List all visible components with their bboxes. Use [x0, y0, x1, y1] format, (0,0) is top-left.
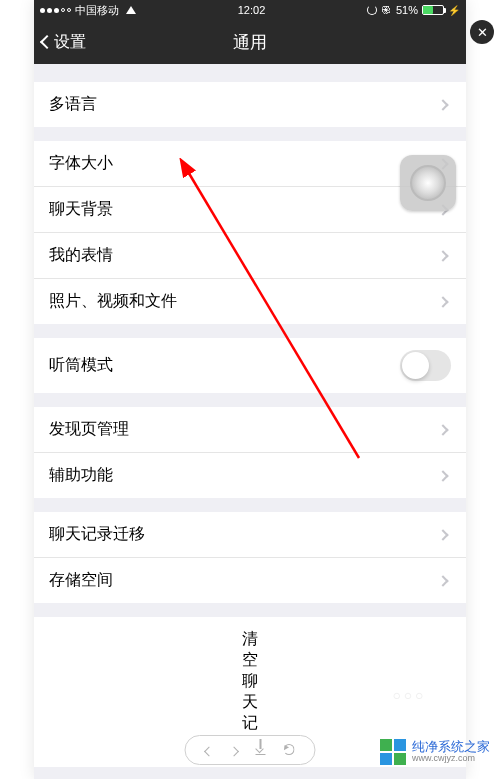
row-earpiece-mode[interactable]: 听筒模式 — [34, 338, 466, 393]
row-chat-migration[interactable]: 聊天记录迁移 — [34, 512, 466, 558]
row-label: 字体大小 — [49, 153, 439, 174]
row-label: 照片、视频和文件 — [49, 291, 439, 312]
signal-icon — [40, 8, 71, 13]
wifi-icon — [126, 6, 136, 14]
settings-group: 聊天记录迁移存储空间 — [34, 512, 466, 603]
watermark-name: 纯净系统之家 — [412, 740, 490, 754]
phone-frame: 中国移动 12:02 ֎ 51% ⚡ 设置 通用 多语言字体大小聊天背景我的表情… — [34, 0, 466, 779]
battery-pct: 51% — [396, 4, 418, 16]
chevron-right-icon — [437, 575, 448, 586]
row-label: 聊天记录迁移 — [49, 524, 439, 545]
rotation-lock-icon: ֎ — [381, 4, 392, 16]
loading-icon — [367, 5, 377, 15]
back-button[interactable]: 设置 — [38, 28, 90, 57]
chevron-right-icon — [437, 529, 448, 540]
chevron-right-icon — [437, 424, 448, 435]
back-label: 设置 — [54, 32, 86, 53]
close-overlay-button[interactable]: ✕ — [470, 20, 494, 44]
row-label: 我的表情 — [49, 245, 439, 266]
page-title: 通用 — [34, 31, 466, 54]
next-button[interactable] — [231, 742, 238, 758]
row-label: 存储空间 — [49, 570, 439, 591]
battery-icon — [422, 5, 444, 15]
assistive-touch-icon — [410, 165, 446, 201]
toggle-switch[interactable] — [400, 350, 451, 381]
row-label: 聊天背景 — [49, 199, 439, 220]
chevron-right-icon — [437, 470, 448, 481]
chevron-left-icon — [40, 35, 54, 49]
status-right: ֎ 51% ⚡ — [367, 4, 460, 16]
prev-button[interactable] — [206, 742, 213, 758]
download-icon — [256, 745, 266, 755]
row-my-stickers[interactable]: 我的表情 — [34, 233, 466, 279]
assistive-touch-button[interactable] — [400, 155, 456, 211]
row-discover-manage[interactable]: 发现页管理 — [34, 407, 466, 453]
row-label: 发现页管理 — [49, 419, 439, 440]
watermark-url: www.cwjyz.com — [412, 754, 490, 764]
watermark-logo-icon — [380, 739, 406, 765]
download-button[interactable] — [256, 742, 266, 758]
row-label: 听筒模式 — [49, 355, 400, 376]
settings-group: 多语言 — [34, 82, 466, 127]
refresh-button[interactable] — [284, 742, 295, 758]
charging-icon: ⚡ — [448, 5, 460, 16]
clock: 12:02 — [238, 4, 266, 16]
row-storage[interactable]: 存储空间 — [34, 558, 466, 603]
chevron-left-icon — [204, 747, 214, 757]
chevron-right-icon — [437, 99, 448, 110]
carrier-label: 中国移动 — [75, 3, 119, 18]
chevron-right-icon — [437, 296, 448, 307]
settings-group: 发现页管理辅助功能 — [34, 407, 466, 498]
row-multilanguage[interactable]: 多语言 — [34, 82, 466, 127]
row-label: 辅助功能 — [49, 465, 439, 486]
watermark: 纯净系统之家 www.cwjyz.com — [380, 739, 490, 765]
status-left: 中国移动 — [40, 3, 136, 18]
chevron-right-icon — [229, 747, 239, 757]
nav-bar: 设置 通用 — [34, 20, 466, 64]
status-bar: 中国移动 12:02 ֎ 51% ⚡ — [34, 0, 466, 20]
viewer-toolbar — [185, 735, 316, 765]
row-label: 多语言 — [49, 94, 439, 115]
settings-group: 听筒模式 — [34, 338, 466, 393]
row-accessibility[interactable]: 辅助功能 — [34, 453, 466, 498]
refresh-icon — [284, 744, 295, 755]
row-photos-videos-files[interactable]: 照片、视频和文件 — [34, 279, 466, 324]
chevron-right-icon — [437, 250, 448, 261]
